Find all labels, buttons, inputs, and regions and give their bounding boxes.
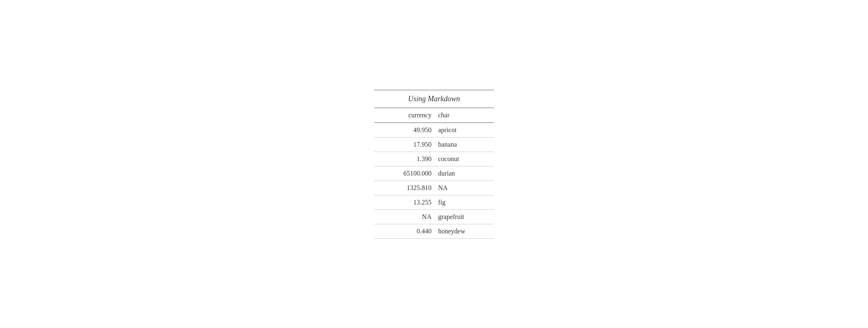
table-row: 65100.000durian: [374, 166, 494, 181]
cell-char: NA: [435, 181, 494, 195]
column-header-row: currency char: [374, 108, 494, 123]
column-header-currency: currency: [374, 108, 435, 123]
column-header-char: char: [435, 108, 494, 123]
table-title-row: Using Markdown: [374, 90, 494, 108]
table-row: 17.950banana: [374, 137, 494, 152]
cell-char: durian: [435, 166, 494, 181]
cell-char: honeydew: [435, 224, 494, 238]
table-row: 49.950apricot: [374, 123, 494, 138]
cell-char: grapefruit: [435, 209, 494, 224]
title-text-plain: Using: [408, 95, 428, 103]
table-title: Using Markdown: [374, 90, 494, 108]
cell-currency: NA: [374, 209, 435, 224]
cell-char: banana: [435, 137, 494, 152]
cell-char: coconut: [435, 152, 494, 166]
cell-currency: 1325.810: [374, 181, 435, 195]
title-text-italic: Markdown: [428, 95, 460, 103]
table-row: 1.390coconut: [374, 152, 494, 166]
cell-currency: 65100.000: [374, 166, 435, 181]
cell-currency: 13.255: [374, 195, 435, 209]
table-row: 13.255fig: [374, 195, 494, 209]
markdown-table: Using Markdown currency char 49.950apric…: [374, 90, 494, 239]
cell-char: fig: [435, 195, 494, 209]
cell-currency: 17.950: [374, 137, 435, 152]
table-row: NAgrapefruit: [374, 209, 494, 224]
cell-char: apricot: [435, 123, 494, 138]
table-row: 0.440honeydew: [374, 224, 494, 238]
cell-currency: 0.440: [374, 224, 435, 238]
table-row: 1325.810NA: [374, 181, 494, 195]
cell-currency: 49.950: [374, 123, 435, 138]
table-body: 49.950apricot17.950banana1.390coconut651…: [374, 123, 494, 239]
cell-currency: 1.390: [374, 152, 435, 166]
